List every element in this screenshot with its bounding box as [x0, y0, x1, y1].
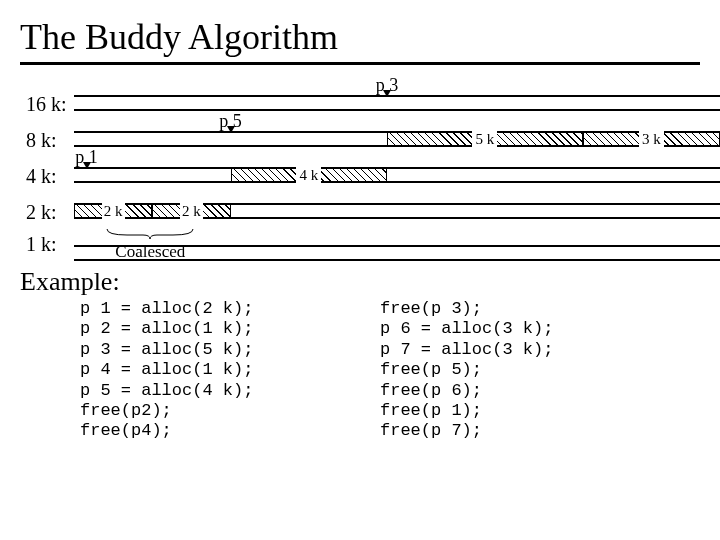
block-2k-b: 2 k — [152, 203, 230, 219]
coalesced-label: Coalesced — [105, 242, 195, 262]
bar-2k: 2 k 2 k — [74, 191, 700, 227]
row-label-4k: 4 k: — [26, 155, 74, 188]
row-2k: 2 k: 2 k 2 k — [26, 191, 700, 227]
row-label-8k: 8 k: — [26, 119, 74, 152]
block-4k: 4 k — [231, 167, 388, 183]
code-left: p 1 = alloc(2 k); p 2 = alloc(1 k); p 3 … — [80, 299, 380, 442]
page-title: The Buddy Algorithm — [20, 16, 700, 58]
memline-4k — [74, 167, 720, 183]
bar-16k: p 3 — [74, 83, 700, 119]
block-label: 4 k — [296, 167, 321, 184]
block-label: 2 k — [102, 203, 125, 220]
memory-rows: 16 k: p 3 8 k: p 5 5 k 3 k 4 k: p 1 — [26, 83, 700, 257]
code-columns: p 1 = alloc(2 k); p 2 = alloc(1 k); p 3 … — [80, 299, 700, 442]
row-1k: 1 k: Coalesced — [26, 227, 700, 257]
row-label-1k: 1 k: — [26, 227, 74, 256]
code-right: free(p 3); p 6 = alloc(3 k); p 7 = alloc… — [380, 299, 553, 442]
brace-icon — [105, 227, 195, 239]
bar-4k: p 1 4 k — [74, 155, 700, 191]
memline-16k — [74, 95, 720, 111]
title-rule — [20, 62, 700, 65]
row-label-2k: 2 k: — [26, 191, 74, 224]
block-label: 2 k — [180, 203, 203, 220]
example-heading: Example: — [20, 267, 700, 297]
block-label: 3 k — [639, 131, 664, 148]
row-label-16k: 16 k: — [26, 83, 74, 116]
row-16k: 16 k: p 3 — [26, 83, 700, 119]
row-4k: 4 k: p 1 4 k — [26, 155, 700, 191]
coalesced-note: Coalesced — [105, 225, 195, 262]
block-3k: 3 k — [583, 131, 720, 147]
bar-1k: Coalesced — [74, 227, 700, 257]
row-8k: 8 k: p 5 5 k 3 k — [26, 119, 700, 155]
bar-8k: p 5 5 k 3 k — [74, 119, 700, 155]
block-5k: 5 k — [387, 131, 583, 147]
block-label: 5 k — [472, 131, 497, 148]
block-2k-a: 2 k — [74, 203, 152, 219]
